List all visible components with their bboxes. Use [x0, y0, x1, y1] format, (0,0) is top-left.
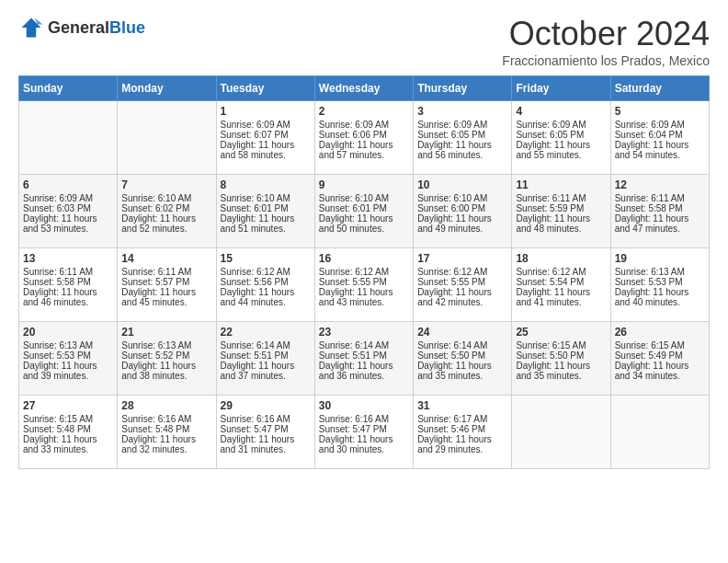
- daylight-text: Daylight: 11 hours and 35 minutes.: [417, 361, 507, 381]
- header-day-wednesday: Wednesday: [314, 76, 413, 101]
- calendar-cell: 19Sunrise: 6:13 AMSunset: 5:53 PMDayligh…: [610, 248, 709, 322]
- day-number: 18: [516, 252, 606, 265]
- daylight-text: Daylight: 11 hours and 34 minutes.: [615, 361, 705, 381]
- sunset-text: Sunset: 5:58 PM: [615, 203, 705, 213]
- sunrise-text: Sunrise: 6:09 AM: [319, 120, 409, 130]
- sunset-text: Sunset: 5:51 PM: [319, 350, 409, 361]
- sunrise-text: Sunrise: 6:11 AM: [516, 193, 606, 203]
- day-number: 5: [615, 105, 705, 118]
- logo-icon: [18, 15, 44, 40]
- sunset-text: Sunset: 6:02 PM: [121, 203, 211, 213]
- logo-text: GeneralBlue: [48, 18, 145, 38]
- sunset-text: Sunset: 5:47 PM: [221, 424, 311, 434]
- daylight-text: Daylight: 11 hours and 37 minutes.: [221, 361, 311, 381]
- calendar-cell: 11Sunrise: 6:11 AMSunset: 5:59 PMDayligh…: [512, 175, 610, 248]
- month-title: October 2024: [502, 15, 710, 53]
- calendar-cell: 20Sunrise: 6:13 AMSunset: 5:53 PMDayligh…: [19, 322, 118, 396]
- day-number: 3: [417, 105, 507, 118]
- calendar-cell: 13Sunrise: 6:11 AMSunset: 5:58 PMDayligh…: [19, 248, 118, 322]
- calendar-cell: 12Sunrise: 6:11 AMSunset: 5:58 PMDayligh…: [610, 175, 709, 248]
- day-number: 30: [319, 399, 409, 412]
- calendar-cell: 10Sunrise: 6:10 AMSunset: 6:00 PMDayligh…: [414, 175, 512, 248]
- sunrise-text: Sunrise: 6:12 AM: [516, 267, 606, 277]
- sunset-text: Sunset: 6:01 PM: [319, 203, 409, 213]
- calendar-cell: 16Sunrise: 6:12 AMSunset: 5:55 PMDayligh…: [314, 248, 413, 322]
- sunset-text: Sunset: 5:59 PM: [516, 203, 606, 213]
- daylight-text: Daylight: 11 hours and 58 minutes.: [221, 140, 311, 160]
- day-number: 26: [615, 326, 705, 339]
- calendar-table: SundayMondayTuesdayWednesdayThursdayFrid…: [18, 75, 710, 469]
- calendar-cell: [19, 101, 118, 175]
- sunrise-text: Sunrise: 6:15 AM: [615, 340, 705, 350]
- day-number: 23: [319, 326, 409, 339]
- daylight-text: Daylight: 11 hours and 47 minutes.: [615, 213, 705, 234]
- daylight-text: Daylight: 11 hours and 29 minutes.: [417, 434, 507, 454]
- daylight-text: Daylight: 11 hours and 30 minutes.: [319, 434, 409, 454]
- sunset-text: Sunset: 5:57 PM: [121, 277, 211, 287]
- daylight-text: Daylight: 11 hours and 53 minutes.: [23, 213, 113, 234]
- day-number: 31: [417, 399, 507, 412]
- day-number: 21: [121, 326, 211, 339]
- sunset-text: Sunset: 5:52 PM: [121, 350, 211, 361]
- sunset-text: Sunset: 5:55 PM: [319, 277, 409, 287]
- day-number: 10: [417, 178, 507, 191]
- sunrise-text: Sunrise: 6:12 AM: [417, 267, 507, 277]
- daylight-text: Daylight: 11 hours and 48 minutes.: [516, 213, 606, 234]
- sunrise-text: Sunrise: 6:15 AM: [23, 414, 113, 424]
- day-number: 13: [23, 252, 113, 265]
- day-number: 25: [516, 326, 606, 339]
- sunrise-text: Sunrise: 6:16 AM: [221, 414, 311, 424]
- day-number: 20: [23, 326, 113, 339]
- sunrise-text: Sunrise: 6:17 AM: [417, 414, 507, 424]
- sunset-text: Sunset: 5:51 PM: [221, 350, 311, 361]
- sunset-text: Sunset: 5:53 PM: [23, 350, 113, 361]
- sunset-text: Sunset: 5:54 PM: [516, 277, 606, 287]
- day-number: 29: [221, 399, 311, 412]
- sunset-text: Sunset: 6:05 PM: [516, 130, 606, 140]
- sunrise-text: Sunrise: 6:10 AM: [121, 193, 211, 203]
- header-row: SundayMondayTuesdayWednesdayThursdayFrid…: [19, 76, 710, 101]
- sunrise-text: Sunrise: 6:09 AM: [221, 120, 311, 130]
- page-header: GeneralBlue October 2024 Fraccionamiento…: [18, 15, 710, 68]
- calendar-cell: 29Sunrise: 6:16 AMSunset: 5:47 PMDayligh…: [216, 396, 314, 469]
- daylight-text: Daylight: 11 hours and 50 minutes.: [319, 213, 409, 234]
- sunrise-text: Sunrise: 6:11 AM: [121, 267, 211, 277]
- subtitle: Fraccionamiento los Prados, Mexico: [502, 53, 710, 68]
- calendar-cell: 31Sunrise: 6:17 AMSunset: 5:46 PMDayligh…: [414, 396, 512, 469]
- daylight-text: Daylight: 11 hours and 51 minutes.: [221, 213, 311, 234]
- day-number: 11: [516, 178, 606, 191]
- sunrise-text: Sunrise: 6:12 AM: [221, 267, 311, 277]
- sunrise-text: Sunrise: 6:14 AM: [319, 340, 409, 350]
- calendar-cell: 6Sunrise: 6:09 AMSunset: 6:03 PMDaylight…: [19, 175, 118, 248]
- sunset-text: Sunset: 5:53 PM: [615, 277, 705, 287]
- day-number: 28: [121, 399, 211, 412]
- calendar-cell: 28Sunrise: 6:16 AMSunset: 5:48 PMDayligh…: [118, 396, 216, 469]
- calendar-cell: 15Sunrise: 6:12 AMSunset: 5:56 PMDayligh…: [216, 248, 314, 322]
- day-number: 12: [615, 178, 705, 191]
- sunset-text: Sunset: 6:05 PM: [417, 130, 507, 140]
- calendar-week-3: 13Sunrise: 6:11 AMSunset: 5:58 PMDayligh…: [19, 248, 710, 322]
- sunset-text: Sunset: 6:04 PM: [615, 130, 705, 140]
- calendar-cell: 4Sunrise: 6:09 AMSunset: 6:05 PMDaylight…: [512, 101, 610, 175]
- calendar-week-1: 1Sunrise: 6:09 AMSunset: 6:07 PMDaylight…: [19, 101, 710, 175]
- day-number: 8: [221, 178, 311, 191]
- sunset-text: Sunset: 5:55 PM: [417, 277, 507, 287]
- daylight-text: Daylight: 11 hours and 31 minutes.: [221, 434, 311, 454]
- header-day-thursday: Thursday: [414, 76, 512, 101]
- calendar-cell: 2Sunrise: 6:09 AMSunset: 6:06 PMDaylight…: [314, 101, 413, 175]
- daylight-text: Daylight: 11 hours and 46 minutes.: [23, 287, 113, 307]
- sunset-text: Sunset: 6:03 PM: [23, 203, 113, 213]
- calendar-cell: 17Sunrise: 6:12 AMSunset: 5:55 PMDayligh…: [414, 248, 512, 322]
- daylight-text: Daylight: 11 hours and 43 minutes.: [319, 287, 409, 307]
- sunset-text: Sunset: 6:07 PM: [221, 130, 311, 140]
- sunrise-text: Sunrise: 6:10 AM: [319, 193, 409, 203]
- calendar-cell: [512, 396, 610, 469]
- daylight-text: Daylight: 11 hours and 54 minutes.: [615, 140, 705, 160]
- sunrise-text: Sunrise: 6:16 AM: [319, 414, 409, 424]
- header-day-saturday: Saturday: [610, 76, 709, 101]
- sunrise-text: Sunrise: 6:13 AM: [615, 267, 705, 277]
- calendar-cell: 9Sunrise: 6:10 AMSunset: 6:01 PMDaylight…: [314, 175, 413, 248]
- logo-general: General: [48, 18, 109, 37]
- daylight-text: Daylight: 11 hours and 36 minutes.: [319, 361, 409, 381]
- daylight-text: Daylight: 11 hours and 45 minutes.: [121, 287, 211, 307]
